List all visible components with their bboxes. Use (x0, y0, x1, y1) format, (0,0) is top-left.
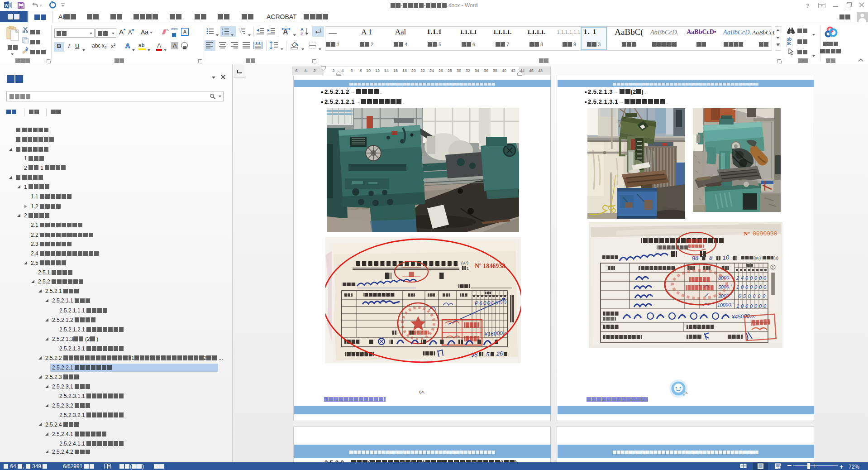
svg-text:10000.': 10000.' (717, 302, 734, 308)
svg-text:Z: Z (300, 32, 303, 36)
svg-text:8: 8 (709, 254, 713, 261)
svg-text:5: 5 (486, 351, 490, 358)
svg-text:(96): (96) (754, 256, 761, 260)
svg-text:3: 3 (222, 33, 223, 35)
svg-text:10: 10 (722, 254, 730, 261)
svg-text:26: 26 (496, 350, 503, 357)
svg-text:Nº: Nº (744, 230, 750, 237)
svg-text:0690930: 0690930 (753, 230, 777, 237)
svg-text:A: A (300, 27, 304, 32)
svg-text:(97): (97) (461, 261, 468, 265)
svg-text:?: ? (806, 3, 809, 8)
svg-text:i: i (241, 32, 242, 34)
svg-text:(3): (3) (773, 256, 778, 260)
svg-text:2: 2 (772, 266, 774, 269)
svg-text:98: 98 (692, 254, 699, 262)
svg-text:Nº 1846938: Nº 1846938 (475, 263, 505, 269)
svg-text:1: 1 (467, 266, 469, 271)
